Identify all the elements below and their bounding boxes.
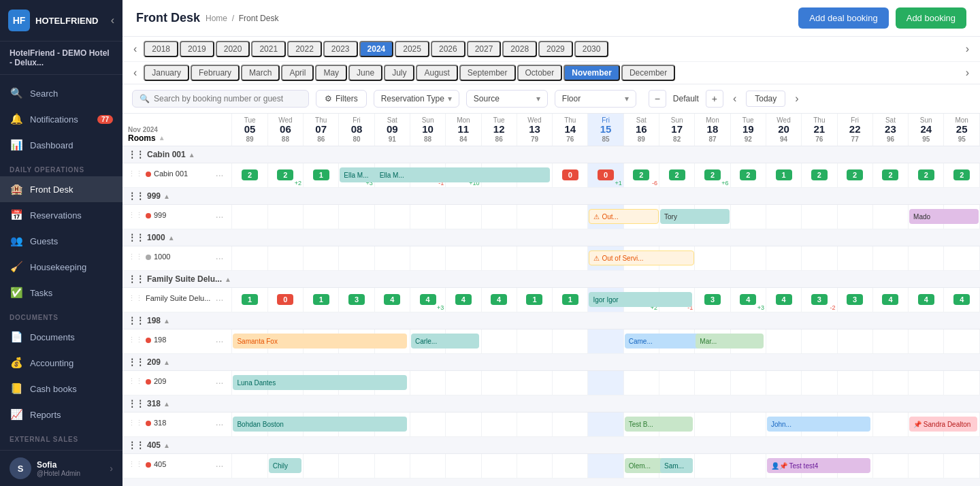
month-pill-august[interactable]: August	[416, 65, 457, 81]
booking-bar[interactable]: Chily	[269, 458, 301, 473]
today-button[interactable]: Today	[746, 91, 785, 107]
booking-bar[interactable]: 👤📌 Test test4	[767, 458, 870, 473]
year-pill-2018[interactable]: 2018	[144, 41, 178, 57]
month-pill-february[interactable]: February	[191, 65, 240, 81]
booking-bar[interactable]: Carle...	[411, 334, 479, 349]
room-options-button[interactable]: ···	[216, 336, 224, 346]
month-pill-january[interactable]: January	[144, 65, 189, 81]
collapse-icon[interactable]: ▲	[225, 276, 231, 283]
year-pill-2020[interactable]: 2020	[216, 41, 250, 57]
year-pill-2022[interactable]: 2022	[287, 41, 322, 57]
room-options-button[interactable]: ···	[216, 253, 224, 263]
sidebar-item-tasks[interactable]: ✅Tasks	[0, 280, 122, 306]
month-pill-december[interactable]: December	[621, 65, 675, 81]
booking-bar[interactable]: Test B...	[625, 417, 693, 432]
sidebar-item-reports[interactable]: 📈Reports	[0, 402, 122, 427]
room-group-405: ⋮⋮405▲	[122, 436, 980, 453]
year-pill-2026[interactable]: 2026	[431, 41, 466, 57]
booking-bar[interactable]: John...	[767, 417, 870, 432]
sidebar-item-guests[interactable]: 👥Guests	[0, 228, 122, 254]
calendar-next-button[interactable]: ›	[792, 91, 801, 106]
room-group-318: ⋮⋮318▲	[122, 395, 980, 412]
year-pill-2025[interactable]: 2025	[395, 41, 429, 57]
calendar-prev-button[interactable]: ‹	[730, 91, 739, 106]
booking-bar[interactable]: Samanta Fox	[233, 334, 407, 349]
header-left: Front Desk Home / Front Desk	[136, 11, 278, 25]
year-pill-2024[interactable]: 2024	[359, 41, 394, 57]
room-options-button[interactable]: ···	[216, 419, 224, 430]
breadcrumb-current: Front Desk	[239, 14, 279, 23]
booking-bar[interactable]: Bohdan Boston	[233, 417, 407, 432]
sidebar-item-dashboard[interactable]: 📊Dashboard	[0, 132, 122, 158]
collapse-icon[interactable]: ▲	[163, 317, 170, 325]
booking-bar[interactable]: Ella M...	[376, 167, 550, 182]
sidebar-item-front-desk[interactable]: 🏨Front Desk	[0, 176, 122, 202]
year-pill-2027[interactable]: 2027	[467, 41, 502, 57]
year-pill-2021[interactable]: 2021	[251, 41, 286, 57]
sidebar-item-notifications[interactable]: 🔔Notifications77	[0, 106, 122, 132]
year-next-button[interactable]: ›	[962, 42, 973, 56]
sidebar-collapse-button[interactable]: ‹	[111, 14, 114, 27]
month-pill-july[interactable]: July	[384, 65, 414, 81]
sidebar-item-search[interactable]: 🔍Search	[0, 80, 122, 106]
booking-bar[interactable]: Mado	[909, 209, 979, 224]
room-options-button[interactable]: ···	[216, 211, 224, 222]
sidebar-item-documents[interactable]: 📄Documents	[0, 324, 122, 350]
booking-bar[interactable]: 📌 Sandra Dealton	[909, 417, 977, 432]
booking-bar[interactable]: Igor Igor	[589, 292, 692, 307]
availability-number: 4	[740, 294, 756, 305]
floor-dropdown[interactable]: Floor ▾	[555, 90, 636, 108]
year-pill-2028[interactable]: 2028	[502, 41, 537, 57]
search-box[interactable]: 🔍	[132, 90, 309, 108]
month-pill-september[interactable]: September	[459, 65, 516, 81]
month-pill-november[interactable]: November	[564, 65, 620, 81]
room-options-button[interactable]: ···	[216, 460, 224, 471]
booking-bar[interactable]: Mar...	[696, 334, 764, 349]
month-pill-march[interactable]: March	[241, 65, 280, 81]
month-pill-april[interactable]: April	[281, 65, 314, 81]
zoom-out-button[interactable]: −	[649, 90, 666, 108]
booking-bar[interactable]: Tory	[660, 209, 730, 224]
sidebar-item-reservations[interactable]: 📅Reservations	[0, 202, 122, 228]
year-prev-button[interactable]: ‹	[129, 42, 141, 56]
room-options-button[interactable]: ···	[216, 294, 224, 305]
availability-cell	[339, 246, 374, 270]
add-deal-booking-button[interactable]: Add deal booking	[798, 7, 888, 29]
collapse-icon[interactable]: ▲	[163, 442, 170, 449]
sidebar-footer-arrow-icon[interactable]: ›	[110, 463, 113, 474]
room-options-button[interactable]: ···	[216, 169, 224, 180]
search-input[interactable]	[154, 94, 301, 103]
reservation-type-dropdown[interactable]: Reservation Type ▾	[374, 90, 459, 108]
booking-bar[interactable]: ⚠Out...	[589, 209, 658, 224]
sidebar-item-ticket-support[interactable]: 🎫Ticket Support	[0, 446, 122, 450]
collapse-icon[interactable]: ▲	[168, 234, 175, 242]
collapse-icon[interactable]: ▲	[163, 359, 170, 366]
year-pill-2030[interactable]: 2030	[574, 41, 609, 57]
sidebar-item-housekeeping[interactable]: 🧹Housekeeping	[0, 254, 122, 280]
year-pill-2029[interactable]: 2029	[538, 41, 573, 57]
booking-bar[interactable]: Luna Dantes	[233, 375, 407, 390]
availability-cell	[410, 370, 445, 395]
day-header-07: Thu0786	[304, 114, 339, 146]
source-dropdown[interactable]: Source ▾	[466, 90, 548, 108]
breadcrumb-home[interactable]: Home	[206, 14, 227, 23]
sidebar-item-accounting[interactable]: 💰Accounting	[0, 350, 122, 376]
month-prev-button[interactable]: ‹	[129, 65, 141, 80]
month-pill-may[interactable]: May	[315, 65, 347, 81]
room-options-button[interactable]: ···	[216, 377, 224, 388]
year-pill-2019[interactable]: 2019	[180, 41, 214, 57]
zoom-in-button[interactable]: +	[706, 90, 723, 108]
collapse-icon[interactable]: ▲	[163, 193, 170, 200]
add-booking-button[interactable]: Add booking	[896, 7, 966, 29]
collapse-icon[interactable]: ▲	[163, 400, 170, 408]
sidebar-item-cash-books[interactable]: 📒Cash books	[0, 376, 122, 402]
availability-number: 1	[776, 169, 792, 180]
month-next-button[interactable]: ›	[962, 65, 973, 80]
booking-bar[interactable]: ⚠Out of Servi...	[589, 250, 693, 265]
month-pill-october[interactable]: October	[517, 65, 563, 81]
booking-bar[interactable]: Sam...	[660, 458, 693, 473]
filters-button[interactable]: ⚙ Filters	[316, 90, 367, 108]
collapse-icon[interactable]: ▲	[189, 151, 195, 159]
year-pill-2023[interactable]: 2023	[323, 41, 358, 57]
month-pill-june[interactable]: June	[348, 65, 382, 81]
